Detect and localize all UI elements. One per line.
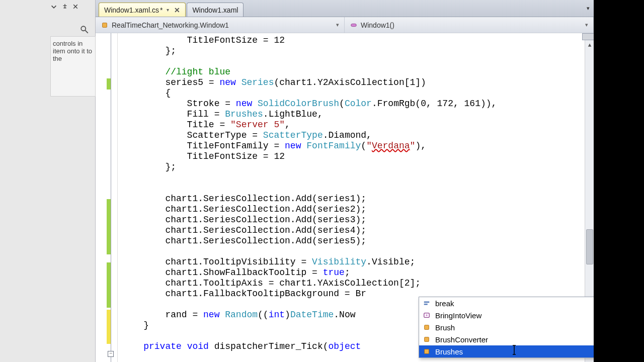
document-tabs: Window1.xaml.cs* ▾ ✕ Window1.xaml ▾ [96, 0, 594, 17]
chevron-down-icon[interactable]: ▾ [167, 7, 169, 13]
tab-overflow-icon[interactable]: ▾ [587, 5, 590, 12]
intellisense-item-label: BringIntoView [435, 311, 481, 320]
autohide-pin-icon[interactable] [61, 4, 70, 13]
search-icon[interactable] [75, 23, 94, 37]
intellisense-item-label: break [435, 299, 454, 308]
svg-point-6 [426, 314, 428, 316]
intellisense-item-label: BrushConverter [435, 335, 488, 344]
right-void [594, 0, 644, 362]
intellisense-item-label: Brush [435, 323, 455, 332]
chevron-down-icon: ▾ [585, 22, 588, 28]
member-selector[interactable]: Window1() ▾ [345, 17, 594, 33]
svg-rect-4 [424, 304, 428, 305]
editor-main: Window1.xaml.cs* ▾ ✕ Window1.xaml ▾ Real… [96, 0, 594, 362]
change-indicator [107, 262, 111, 308]
intellisense-item-break[interactable]: break [419, 297, 609, 309]
class-icon [422, 323, 431, 332]
toolbox-panel: controls in item onto it to the [0, 0, 96, 362]
navigation-bar: RealTimeChart_Networking.Window1 ▾ Windo… [96, 17, 594, 33]
code-editor[interactable]: − TitleFontSize = 12 }; //light blue ser… [96, 33, 594, 362]
svg-rect-9 [425, 349, 429, 354]
fold-toggle[interactable]: − [108, 351, 114, 357]
intellisense-popup[interactable]: break BringIntoView Brush BrushConverter… [419, 297, 610, 358]
svg-rect-8 [425, 337, 429, 342]
svg-rect-7 [425, 325, 429, 330]
change-indicator [107, 310, 111, 344]
text-cursor-icon [511, 344, 518, 355]
intellisense-item-label: Brushes [435, 347, 463, 356]
split-handle-icon[interactable] [582, 33, 594, 40]
svg-point-0 [81, 26, 86, 31]
tab-window1-xaml[interactable]: Window1.xaml [187, 3, 244, 17]
close-icon[interactable] [72, 4, 82, 13]
class-icon [422, 335, 431, 344]
class-icon [101, 21, 109, 29]
change-indicator [107, 199, 111, 254]
svg-rect-1 [103, 23, 107, 27]
scroll-up-icon[interactable]: ▲ [585, 42, 594, 51]
tab-label: Window1.xaml.cs [104, 6, 159, 14]
keyword-icon [422, 299, 431, 308]
method-icon [350, 21, 358, 29]
tab-window1-cs[interactable]: Window1.xaml.cs* ▾ ✕ [99, 3, 186, 17]
member-selector-label: Window1() [361, 21, 394, 29]
change-indicator [107, 78, 111, 89]
class-selector[interactable]: RealTimeChart_Networking.Window1 ▾ [96, 17, 345, 33]
outline-line [111, 33, 111, 362]
intellisense-item-brush[interactable]: Brush [419, 321, 609, 333]
class-icon [422, 347, 431, 356]
tab-dirty-indicator: * [160, 6, 163, 14]
tab-label: Window1.xaml [192, 6, 238, 14]
method-icon [422, 311, 431, 320]
intellisense-item-bringintoview[interactable]: BringIntoView [419, 309, 609, 321]
chevron-down-icon[interactable] [50, 4, 59, 13]
toolbox-toolbar [50, 4, 82, 13]
toolbox-help-text: controls in item onto it to the [50, 36, 96, 97]
close-icon[interactable]: ✕ [174, 6, 180, 14]
scroll-thumb[interactable] [586, 229, 593, 264]
svg-rect-2 [351, 24, 357, 26]
editor-gutter: − [96, 33, 118, 362]
class-selector-label: RealTimeChart_Networking.Window1 [112, 21, 229, 29]
svg-rect-3 [424, 302, 430, 303]
intellisense-item-brushconverter[interactable]: BrushConverter [419, 333, 609, 345]
chevron-down-icon: ▾ [336, 22, 339, 28]
